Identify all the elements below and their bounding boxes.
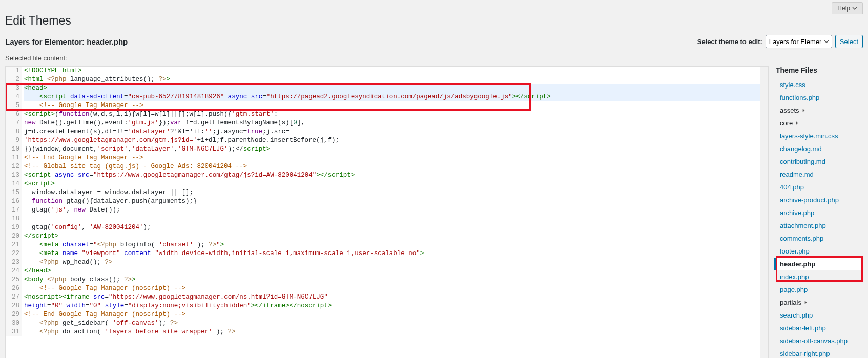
code-line[interactable]: <head> bbox=[24, 84, 760, 93]
theme-files-sidebar: Theme Files style.cssfunctions.phpassets… bbox=[776, 66, 863, 358]
file-item[interactable]: changelog.md bbox=[776, 142, 863, 155]
chevron-right-icon bbox=[803, 300, 808, 305]
theme-files-heading: Theme Files bbox=[776, 66, 863, 78]
folder-label: assets bbox=[780, 107, 799, 114]
file-item[interactable]: header.php bbox=[774, 258, 863, 270]
file-link[interactable]: archive-product.php bbox=[780, 196, 839, 204]
file-link[interactable]: functions.php bbox=[780, 94, 819, 101]
chevron-right-icon bbox=[795, 121, 799, 125]
file-item[interactable]: functions.php bbox=[776, 91, 863, 104]
file-item[interactable]: readme.md bbox=[776, 168, 863, 181]
content-label: Selected file content: bbox=[0, 54, 868, 66]
file-link[interactable]: changelog.md bbox=[780, 145, 822, 153]
page-title: Edit Themes bbox=[0, 14, 868, 35]
file-link[interactable]: contributing.md bbox=[780, 158, 825, 165]
theme-select-label: Select theme to edit: bbox=[697, 38, 762, 46]
file-item[interactable]: archive-product.php bbox=[776, 194, 863, 206]
select-theme-button[interactable]: Select bbox=[835, 35, 863, 48]
code-line[interactable]: <html <?php language_attributes(); ?>> bbox=[24, 75, 760, 84]
file-item[interactable]: layers-style.min.css bbox=[776, 130, 863, 142]
file-link[interactable]: sidebar-right.php bbox=[780, 350, 830, 357]
code-content[interactable]: <!DOCTYPE html><html <?php language_attr… bbox=[24, 67, 760, 101]
scrollbar-vertical[interactable] bbox=[760, 67, 768, 358]
folder-label: partials bbox=[780, 299, 801, 306]
file-link[interactable]: page.php bbox=[780, 286, 808, 293]
file-link[interactable]: layers-style.min.css bbox=[780, 132, 838, 140]
code-line[interactable]: <!DOCTYPE html> bbox=[24, 67, 760, 75]
file-item[interactable]: footer.php bbox=[776, 245, 863, 258]
file-link[interactable]: style.css bbox=[780, 81, 805, 89]
file-link[interactable]: header.php bbox=[780, 260, 815, 268]
file-link[interactable]: archive.php bbox=[780, 209, 814, 217]
help-label: Help bbox=[837, 5, 850, 12]
folder-item[interactable]: partials bbox=[776, 296, 863, 309]
file-item[interactable]: style.css bbox=[776, 78, 863, 91]
file-item[interactable]: search.php bbox=[776, 309, 863, 322]
chevron-down-icon bbox=[852, 6, 857, 11]
file-item[interactable]: sidebar-off-canvas.php bbox=[776, 334, 863, 347]
file-link[interactable]: comments.php bbox=[780, 235, 823, 242]
chevron-right-icon bbox=[801, 108, 806, 113]
file-item[interactable]: page.php bbox=[776, 283, 863, 296]
editing-file-title: Layers for Elementor: header.php bbox=[5, 37, 128, 46]
folder-item[interactable]: core bbox=[776, 117, 863, 130]
file-link[interactable]: attachment.php bbox=[780, 222, 826, 229]
file-item[interactable]: comments.php bbox=[776, 232, 863, 245]
file-item[interactable]: sidebar-left.php bbox=[776, 322, 863, 334]
file-link[interactable]: index.php bbox=[780, 273, 809, 281]
line-number-gutter: 1234567891011121314151617181920212223242… bbox=[6, 67, 22, 101]
file-item[interactable]: sidebar-right.php bbox=[776, 347, 863, 358]
file-item[interactable]: 404.php bbox=[776, 181, 863, 194]
file-link[interactable]: footer.php bbox=[780, 247, 810, 255]
help-tab-button[interactable]: Help bbox=[832, 2, 863, 14]
file-item[interactable]: contributing.md bbox=[776, 155, 863, 168]
folder-item[interactable]: assets bbox=[776, 104, 863, 117]
code-line[interactable]: <script data-ad-client="ca-pub-652778191… bbox=[24, 93, 760, 101]
folder-label: core bbox=[780, 119, 793, 127]
theme-select[interactable]: Layers for Elemer bbox=[766, 35, 832, 48]
file-item[interactable]: index.php bbox=[776, 270, 863, 283]
file-link[interactable]: search.php bbox=[780, 311, 813, 319]
file-link[interactable]: sidebar-off-canvas.php bbox=[780, 337, 848, 345]
file-link[interactable]: sidebar-left.php bbox=[780, 324, 826, 332]
file-link[interactable]: 404.php bbox=[780, 183, 804, 191]
file-link[interactable]: readme.md bbox=[780, 171, 814, 178]
file-item[interactable]: archive.php bbox=[776, 206, 863, 219]
code-editor[interactable]: 1234567891011121314151617181920212223242… bbox=[5, 66, 769, 358]
file-item[interactable]: attachment.php bbox=[776, 219, 863, 232]
